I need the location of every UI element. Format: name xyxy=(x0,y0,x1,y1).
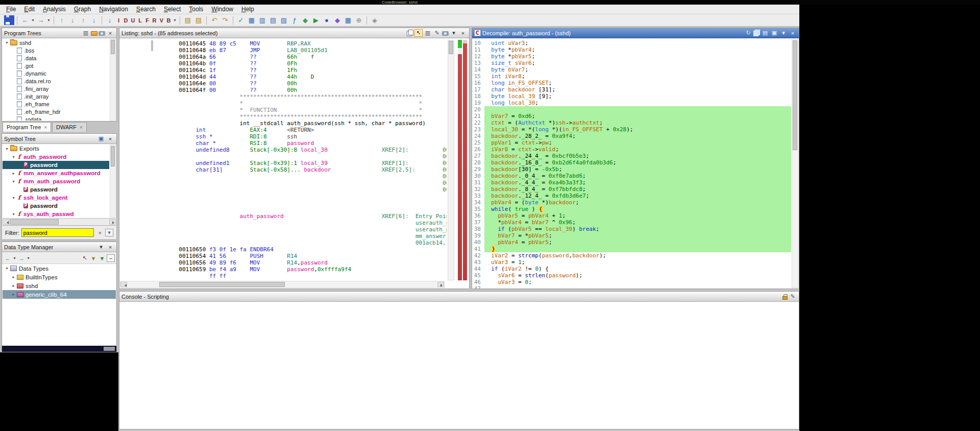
decompiler-line[interactable]: 10 uint uVar3; xyxy=(472,40,791,46)
decompiler-line[interactable]: 44 if (iVar2 != 0) { xyxy=(472,266,791,272)
nav-back-icon[interactable]: ← xyxy=(20,15,30,25)
decompiler-line[interactable]: 16 long in_FS_OFFSET; xyxy=(472,80,791,86)
export-icon[interactable]: ▤ xyxy=(761,29,769,37)
menu-help[interactable]: Help xyxy=(237,5,258,13)
close-level-icon[interactable]: ↓ xyxy=(89,15,99,25)
decompiler-line[interactable]: 21 bVar7 = 0xd6; xyxy=(472,113,791,119)
go-out-icon[interactable]: ↑ xyxy=(57,15,67,25)
pin-icon[interactable]: ▣ xyxy=(97,135,105,142)
menu-analysis[interactable]: Analysis xyxy=(39,5,70,13)
scroll-right-icon[interactable] xyxy=(437,282,444,287)
decompiler-line[interactable]: 37 *pbVar4 = bVar7 ^ 0x96; xyxy=(472,219,791,226)
decompiler-line[interactable]: 23 local_30 = *(long *)(in_FS_OFFSET + 0… xyxy=(472,126,791,133)
decompiler-line[interactable]: 22 ctxt = (Authctxt *)ssh->authctxt; xyxy=(472,119,791,126)
listing-line[interactable]: userauth_n xyxy=(128,220,447,226)
listing-line[interactable]: 0011064f 00 ?? 00h xyxy=(128,87,447,93)
scrollbar[interactable] xyxy=(110,39,116,121)
duplicate-view-icon[interactable] xyxy=(753,30,760,36)
tree-item-.data[interactable]: .data xyxy=(3,54,109,62)
decompiler-line[interactable]: 18 byte local_39 [9]; xyxy=(472,93,791,100)
dtm-forward-icon[interactable]: → xyxy=(17,254,26,262)
scrollbar[interactable] xyxy=(448,40,454,280)
nav-next-icon[interactable]: ↓ xyxy=(105,15,115,25)
horizontal-scrollbar[interactable] xyxy=(120,281,445,288)
scrollbar-thumb[interactable] xyxy=(793,40,797,150)
decompiler-line[interactable]: 35 while( true ) { xyxy=(472,206,791,212)
menu-file[interactable]: File xyxy=(2,5,20,13)
decompiler-line[interactable]: 24 backdoor._28_2_ = 0xa9f4; xyxy=(472,133,791,139)
tree-item-BuiltInTypes[interactable]: ▸BuiltInTypes xyxy=(3,273,116,281)
tree-item-ssh_lock_agent[interactable]: ▾fssh_lock_agent xyxy=(3,194,109,202)
listing-line[interactable]: auth_password XREF[6]: Entry Poin xyxy=(128,213,447,220)
listing-line[interactable]: ff ff xyxy=(128,273,447,279)
nav-bookmark-icon[interactable]: B xyxy=(165,15,172,25)
menu-search[interactable]: Search xyxy=(132,5,160,13)
filter-options-icon[interactable]: ▾ xyxy=(105,229,113,236)
cursor-tracking-icon[interactable]: ↖ xyxy=(414,29,423,37)
dtm-collapse-all-icon[interactable]: − xyxy=(107,254,115,262)
decompiler-line[interactable]: 15 int iVar8; xyxy=(472,73,791,80)
local-menu-icon[interactable]: ▾ xyxy=(779,29,788,37)
close-icon[interactable]: × xyxy=(106,243,114,251)
close-icon[interactable]: × xyxy=(459,29,467,37)
tree-item-Exports[interactable]: ▾Exports xyxy=(3,145,109,153)
tree-item-mm_auth_password[interactable]: ▾fmm_auth_password xyxy=(3,177,109,185)
listing-line[interactable] xyxy=(128,206,447,213)
tree-item-.rodata[interactable]: .rodata xyxy=(3,115,109,121)
decompiler-line[interactable]: 28 backdoor._16_8_ = 0xb2d6f4a0fda0b3d6; xyxy=(472,159,791,166)
tree-item-sshd[interactable]: ▾sshd xyxy=(3,39,109,46)
expand-arrow-icon[interactable]: ▾ xyxy=(10,212,17,217)
decompiler-line[interactable]: 33 backdoor._12_4_ = 0xfdb3d6e7; xyxy=(472,193,791,199)
expand-arrow-icon[interactable]: ▸ xyxy=(10,275,17,279)
tree-item-password[interactable]: Ppassword xyxy=(3,161,109,169)
tree-item-.data.rel.ro[interactable]: .data.rel.ro xyxy=(3,77,109,85)
listing-line[interactable]: 0011064d 44 ?? 44h D xyxy=(128,74,447,80)
go-in-icon[interactable]: ↓ xyxy=(67,15,78,25)
listing-line[interactable]: int __stdcall auth_password(ssh * ssh, c… xyxy=(128,120,447,127)
decompiler-line[interactable]: 39 bVar7 = *pbVar5; xyxy=(472,232,791,239)
scrollbar[interactable] xyxy=(110,145,116,218)
nav-non-function-icon[interactable]: R xyxy=(151,15,158,25)
tree-item-.eh_frame[interactable]: .eh_frame xyxy=(3,100,109,108)
tool-config-icon[interactable]: ◈ xyxy=(370,15,380,25)
decompiler-line[interactable]: 13 size_t sVar6; xyxy=(472,60,791,66)
tree-item-password[interactable]: Ppassword xyxy=(3,185,109,194)
listing-line[interactable]: ****************************************… xyxy=(128,93,447,100)
close-icon[interactable]: × xyxy=(106,29,114,37)
decompiler-line[interactable]: 29 backdoor[30] = -0x5b; xyxy=(472,166,791,173)
listing-line[interactable] xyxy=(128,200,447,206)
listing-line[interactable]: 00 xyxy=(128,186,447,193)
console-output[interactable] xyxy=(119,302,799,429)
decompiler-line[interactable]: 38 if (pbVar5 == local_39) break; xyxy=(472,226,791,232)
menu-graph[interactable]: Graph xyxy=(70,5,95,13)
decompiler-icon[interactable]: C xyxy=(474,30,481,36)
listing-line[interactable]: char[31] Stack[-0x58]... backdoor XREF[2… xyxy=(128,166,447,173)
scrollbar-thumb[interactable] xyxy=(111,40,115,54)
bookmarks-icon[interactable]: ▨ xyxy=(279,15,289,25)
listing-line[interactable]: undefined1 Stack[-0x39]:1 local_39 XREF[… xyxy=(128,160,447,166)
listing-line[interactable]: * FUNCTION * xyxy=(128,107,447,113)
expand-arrow-icon[interactable]: ▾ xyxy=(4,147,10,151)
listing-line[interactable]: char * RSI:8 password xyxy=(128,140,447,147)
decompiler-line[interactable]: 32 backdoor._8_4_ = 0xf7bbfdc8; xyxy=(472,186,791,193)
dtm-filter-icon[interactable]: ▼ xyxy=(89,254,97,262)
tree-item-mm_answer_authpassword[interactable]: ▸fmm_answer_authpassword xyxy=(3,169,109,177)
decompiler-line[interactable]: 36 pbVar5 = pbVar4 + 1; xyxy=(472,212,791,219)
tree-item-.fini_array[interactable]: .fini_array xyxy=(3,85,109,92)
menu-window[interactable]: Window xyxy=(207,5,237,13)
menu-edit[interactable]: Edit xyxy=(20,5,39,13)
edit-icon[interactable]: ✎ xyxy=(789,293,797,300)
tree-item-sshd[interactable]: ▸sshd xyxy=(3,281,116,290)
local-menu-icon[interactable]: ▾ xyxy=(450,29,458,37)
clear-filter-icon[interactable]: × xyxy=(96,229,104,236)
listing-line[interactable]: 00 xyxy=(128,153,447,160)
listing-line[interactable] xyxy=(128,193,447,200)
expand-arrow-icon[interactable]: ▾ xyxy=(10,196,17,200)
scroll-right-icon[interactable] xyxy=(109,219,116,225)
listing-line[interactable]: 00110656 49 89 f6 MOV R14,password xyxy=(128,259,447,266)
tree-item-.init_array[interactable]: .init_array xyxy=(3,92,109,100)
expand-arrow-icon[interactable]: ▸ xyxy=(10,292,17,297)
listing-overview-margin[interactable] xyxy=(458,40,467,280)
scrollbar-thumb[interactable] xyxy=(10,219,59,225)
listing-line[interactable]: undefined8 Stack[-0x30]:8 local_30 XREF[… xyxy=(128,147,447,153)
